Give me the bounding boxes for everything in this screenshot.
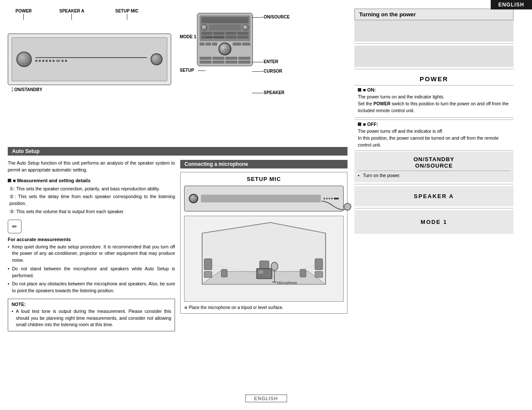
speaker-a-label: SPEAKER A — [59, 9, 84, 13]
off-section: ■ OFF: The power turns off and the indic… — [354, 119, 514, 150]
english-badge-bottom: ENGLISH — [245, 395, 287, 402]
black-square-icon — [8, 179, 11, 182]
standby-title: ON/STANDBYON/SOURCE — [358, 156, 510, 169]
right-panel: Turning on the power POWER ■ ON: The pow… — [354, 9, 514, 331]
bullet-3: Do not place any obstacles between the m… — [8, 281, 175, 294]
on-standby-label: ON/STANDBY — [12, 87, 171, 92]
divider-3 — [354, 117, 514, 118]
off-text-1: The power turns off and the indicator is… — [358, 128, 510, 135]
auto-setup-left: The Auto Setup function of this unit per… — [8, 160, 175, 331]
bullet-2: Do not stand between the microphone and … — [8, 266, 175, 279]
enter-callout: ENTER — [264, 59, 278, 64]
off-text-2: In this position, the power cannot be tu… — [358, 135, 510, 149]
svg-rect-5 — [204, 272, 212, 278]
list-item-3: ③: This sets the volume that is output f… — [9, 208, 175, 215]
setup-mic-diagram-label: SETUP MIC — [184, 176, 344, 182]
turning-on-power-title: Turning on the power — [354, 9, 514, 20]
svg-point-14 — [271, 262, 278, 271]
svg-rect-4 — [204, 259, 212, 270]
svg-rect-9 — [221, 269, 228, 277]
on-text-2: Set the POWER switch to this position to… — [358, 101, 510, 114]
left-content: POWER SPEAKER A SETUP MIC — [8, 9, 347, 331]
receiver-dots — [35, 60, 147, 62]
on-square-icon — [358, 88, 361, 92]
english-badge-top: ENGLISH — [491, 0, 532, 9]
divider-4 — [358, 171, 510, 171]
divider-5 — [354, 184, 514, 184]
mic-receiver-box — [184, 186, 344, 211]
list-item-2: ②: This sets the delay time from each sp… — [9, 193, 175, 207]
on-source-callout: ON/SOURCE — [264, 15, 290, 19]
mic-cable-svg — [322, 193, 352, 214]
off-title: ■ OFF: — [358, 122, 510, 127]
setup-mic-label-top: SETUP MIC — [115, 9, 138, 13]
note-title: NOTE: — [12, 302, 171, 307]
svg-point-0 — [344, 203, 351, 210]
mic-placement-note: ※ Place the microphone on a tripod or le… — [184, 305, 344, 310]
speaker-a-block: SPEAKER A — [354, 186, 514, 206]
mic-receiver-knob — [189, 194, 198, 203]
mic-receiver-display — [201, 195, 321, 202]
mic-content: SETUP MIC — [180, 172, 347, 314]
power-bold: POWER — [373, 101, 391, 106]
divider-6 — [354, 208, 514, 208]
bullet-1: Keep quiet during the auto setup procedu… — [8, 244, 175, 264]
top-diagrams: POWER SPEAKER A SETUP MIC — [8, 9, 347, 142]
mode1-block: MODE 1 — [354, 210, 514, 234]
mode1-callout: MODE 1 — [180, 34, 196, 39]
divider-2 — [354, 69, 514, 69]
receiver-box — [8, 34, 171, 85]
accurate-title: For accurate measurements — [8, 237, 175, 242]
on-text-1: The power turns on and the indicator lig… — [358, 94, 510, 101]
standby-bullet: Turn on the power. — [358, 173, 510, 178]
standby-block: ON/STANDBYON/SOURCE Turn on the power. — [354, 152, 514, 182]
auto-setup-content: The Auto Setup function of this unit per… — [8, 160, 347, 331]
right-gray-block-2 — [354, 46, 514, 67]
power-big-label: POWER — [354, 71, 514, 84]
mic-header: Connecting a microphone — [180, 160, 347, 168]
receiver-inner — [12, 37, 167, 81]
measurement-list: ①: This sets the speaker connection, pol… — [8, 186, 175, 215]
divider-1 — [354, 43, 514, 44]
auto-setup-right: Connecting a microphone SETUP MIC — [180, 160, 347, 331]
auto-setup-intro: The Auto Setup function of this unit per… — [8, 160, 175, 174]
svg-rect-12 — [258, 270, 264, 274]
off-square-icon — [358, 122, 361, 126]
on-title: ■ ON: — [358, 87, 510, 92]
note-text: A loud test tone is output during the me… — [12, 308, 171, 328]
measurement-title: ■ Measurement and setting details — [8, 178, 175, 183]
svg-rect-7 — [315, 272, 323, 278]
pencil-icon: ✏ — [8, 220, 22, 233]
receiver-diagram: POWER SPEAKER A SETUP MIC — [8, 9, 171, 92]
receiver-knob-right — [151, 53, 163, 65]
remote-diagram: ✛ — [180, 9, 326, 142]
power-label: POWER — [15, 9, 32, 13]
list-item-1: ①: This sets the speaker connection, pol… — [9, 186, 175, 193]
svg-rect-8 — [260, 261, 269, 269]
speaker-callout: SPEAKER — [264, 90, 284, 95]
room-diagram: Microphone — [184, 216, 344, 302]
room-svg: Microphone — [185, 216, 343, 301]
on-section: ■ ON: The power turns on and the indicat… — [354, 85, 514, 116]
auto-setup-header: Auto Setup — [8, 147, 347, 156]
setup-callout: SETUP — [180, 68, 194, 73]
receiver-display — [35, 57, 147, 58]
cursor-callout: CURSOR — [264, 69, 282, 73]
svg-rect-10 — [300, 269, 306, 277]
note-box: NOTE: A loud test tone is output during … — [8, 299, 175, 331]
right-gray-block-1 — [354, 20, 514, 42]
accurate-list: Keep quiet during the auto setup procedu… — [8, 244, 175, 294]
svg-text:Microphone: Microphone — [277, 281, 297, 285]
receiver-knob-left — [16, 52, 32, 67]
auto-setup-section: Auto Setup The Auto Setup function of th… — [8, 147, 347, 331]
